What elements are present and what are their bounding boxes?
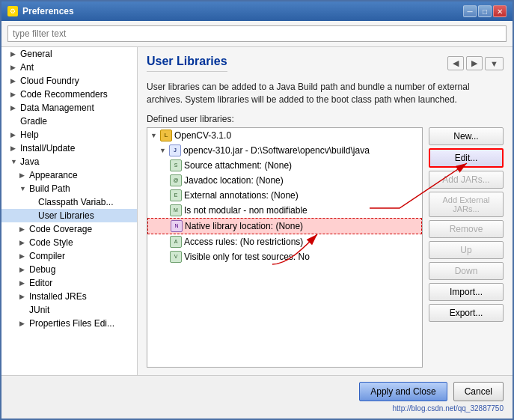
arrow-icon: ▶ [10,144,18,152]
filter-bar [1,21,513,47]
window-icon: ⚙ [7,6,18,16]
title-bar-left: ⚙ Preferences [7,6,74,16]
filter-input[interactable] [7,25,507,42]
window-title: Preferences [22,6,74,16]
sidebar-item-user-libraries[interactable]: ▶ User Libraries [1,209,137,222]
export-button[interactable]: Export... [429,304,504,322]
sidebar-item-properties-files-editor[interactable]: ▶ Properties Files Edi... [1,317,137,330]
sidebar-item-junit[interactable]: ▶ JUnit [1,303,137,317]
prop-icon: A [170,236,182,248]
right-panel: User Libraries ◀ ▶ ▼ User libraries can … [138,47,513,375]
tree-item-source-attachment[interactable]: S Source attachment: (None) [147,158,422,173]
sidebar-item-ant[interactable]: ▶ Ant [1,61,137,74]
import-button[interactable]: Import... [429,283,504,301]
tree-item-native-library[interactable]: N Native library location: (None) [147,218,422,234]
arrow-icon: ▶ [19,239,27,246]
tree-item-visible-only[interactable]: V Visible only for test sources: No [147,249,422,264]
arrow-icon: ▶ [19,293,27,300]
sidebar-item-general[interactable]: ▶ General [1,47,137,61]
title-buttons: ─ □ ✕ [463,5,507,17]
arrow-icon: ▶ [10,104,18,112]
arrow-icon: ▶ [19,320,27,327]
tree-item-external-annotations[interactable]: E External annotations: (None) [147,188,422,203]
sidebar-item-debug[interactable]: ▶ Debug [1,263,137,276]
tree-item-javadoc-location[interactable]: @ Javadoc location: (None) [147,173,422,188]
arrow-icon: ▶ [10,131,18,139]
add-external-jars-button[interactable]: Add External JARs... [429,192,504,217]
bottom-buttons: Apply and Close Cancel [10,382,504,401]
jar-icon: J [169,144,181,156]
title-bar: ⚙ Preferences ─ □ ✕ [1,1,513,21]
bottom-bar: Apply and Close Cancel http://blog.csdn.… [1,375,513,419]
panel-title: User Libraries [147,55,227,72]
arrow-icon: ▶ [19,252,27,260]
side-buttons: New... Edit... Add JARs... Add External … [429,127,504,368]
right-panel-wrapper: User Libraries ◀ ▶ ▼ User libraries can … [138,47,513,375]
add-jars-button[interactable]: Add JARs... [429,171,504,189]
edit-button[interactable]: Edit... [429,148,504,168]
tree-item-opencv-lib[interactable]: ▼ L OpenCV-3.1.0 [147,128,422,143]
lib-icon: L [160,130,172,141]
sidebar-item-compiler[interactable]: ▶ Compiler [1,249,137,263]
tree-buttons-area: ▼ L OpenCV-3.1.0 ▼ J opencv-310.jar - D:… [147,127,504,368]
maximize-button[interactable]: □ [478,5,492,17]
preferences-window: ⚙ Preferences ─ □ ✕ ▶ General ▶ Ant ▶ Cl… [0,0,514,420]
sidebar-item-help[interactable]: ▶ Help [1,128,137,141]
apply-close-button[interactable]: Apply and Close [359,382,447,401]
tree-item-non-modular[interactable]: M Is not modular - non modifiable [147,203,422,218]
arrow-icon: ▶ [19,225,27,233]
sidebar-item-data-management[interactable]: ▶ Data Management [1,101,137,115]
remove-button[interactable]: Remove [429,220,504,238]
arrow-icon: ▶ [19,266,27,273]
sidebar: ▶ General ▶ Ant ▶ Cloud Foundry ▶ Code R… [1,47,138,375]
arrow-icon: ▶ [10,64,18,71]
down-button[interactable]: Down [429,262,504,280]
prop-icon: @ [170,174,182,186]
native-icon: N [171,220,183,232]
sidebar-item-code-style[interactable]: ▶ Code Style [1,236,137,249]
arrow-icon: ▶ [10,91,18,98]
sidebar-item-cloud-foundry[interactable]: ▶ Cloud Foundry [1,74,137,88]
sidebar-item-install-update[interactable]: ▶ Install/Update [1,141,137,155]
library-tree[interactable]: ▼ L OpenCV-3.1.0 ▼ J opencv-310.jar - D:… [147,127,423,368]
tree-arrow-icon: ▼ [150,132,158,139]
nav-back-button[interactable]: ◀ [447,56,464,70]
arrow-icon: ▼ [10,158,18,165]
sidebar-item-appearance[interactable]: ▶ Appearance [1,168,137,182]
main-split: ▶ General ▶ Ant ▶ Cloud Foundry ▶ Code R… [1,47,513,375]
sidebar-item-classpath-variables[interactable]: ▶ Classpath Variab... [1,195,137,209]
arrow-icon: ▶ [19,171,27,179]
panel-description: User libraries can be added to a Java Bu… [147,81,504,106]
up-button[interactable]: Up [429,241,504,259]
defined-label: Defined user libraries: [147,114,504,124]
arrow-icon: ▶ [19,279,27,287]
sidebar-item-build-path[interactable]: ▼ Build Path [1,182,137,195]
prop-icon: M [170,204,182,216]
nav-dropdown-button[interactable]: ▼ [485,57,504,70]
sidebar-item-code-coverage[interactable]: ▶ Code Coverage [1,222,137,236]
tree-arrow-icon: ▼ [159,147,167,154]
sidebar-item-editor[interactable]: ▶ Editor [1,276,137,290]
prop-icon: V [170,251,182,263]
close-button[interactable]: ✕ [493,5,507,17]
status-url: http://blog.csdn.net/qq_32887750 [10,404,504,413]
minimize-button[interactable]: ─ [463,5,477,17]
arrow-icon: ▶ [10,77,18,85]
arrow-icon: ▶ [10,50,18,58]
nav-forward-button[interactable]: ▶ [466,56,483,70]
new-button[interactable]: New... [429,127,504,145]
sidebar-item-code-recommenders[interactable]: ▶ Code Recommenders [1,88,137,101]
sidebar-item-java[interactable]: ▼ Java [1,155,137,168]
arrow-icon: ▼ [19,185,27,192]
tree-item-opencv-jar[interactable]: ▼ J opencv-310.jar - D:\Software\opencv\… [147,143,422,158]
cancel-button[interactable]: Cancel [453,382,504,401]
sidebar-item-installed-jres[interactable]: ▶ Installed JREs [1,290,137,303]
prop-icon: E [170,189,182,201]
sidebar-item-gradle[interactable]: ▶ Gradle [1,115,137,128]
prop-icon: S [170,159,182,171]
tree-item-access-rules[interactable]: A Access rules: (No restrictions) [147,234,422,249]
